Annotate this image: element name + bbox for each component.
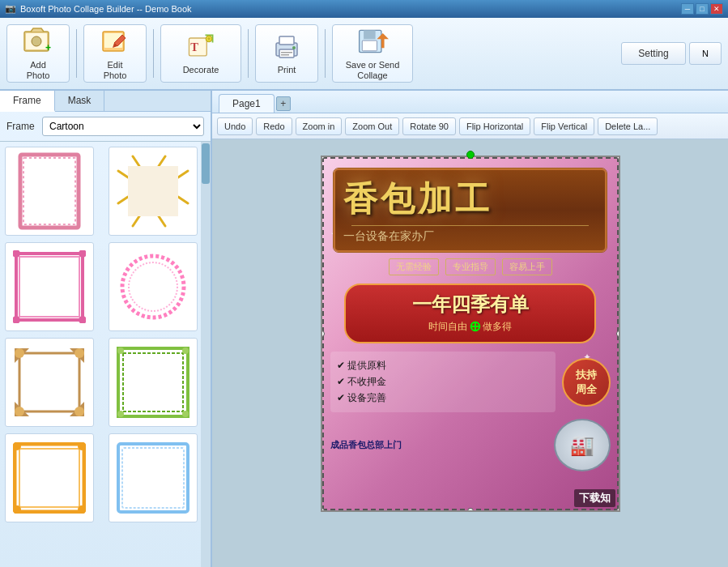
frame-item[interactable]	[5, 338, 94, 427]
canvas-area[interactable]: ✦ ✦ ✦ ✦ ★ ✦ ⋆ 香包加工 一台	[212, 139, 728, 567]
scrollbar-thumb[interactable]	[202, 143, 210, 184]
zoom-out-button[interactable]: Zoom Out	[345, 117, 399, 135]
frame-item[interactable]	[5, 433, 94, 522]
flip-horizontal-button[interactable]: Flip Horizontal	[459, 117, 530, 135]
collage-subtitle: 一台设备在家办厂	[343, 229, 597, 244]
frame-item[interactable]	[109, 147, 198, 236]
flip-vertical-button[interactable]: Flip Vertical	[534, 117, 594, 135]
frame-grid-container	[0, 142, 211, 567]
undo-button[interactable]: Undo	[217, 117, 253, 135]
save-send-button[interactable]: Save or SendCollage	[332, 24, 413, 83]
sep1	[76, 29, 77, 78]
scrollbar-track[interactable]	[201, 142, 211, 567]
svg-point-44	[182, 411, 189, 417]
print-icon	[270, 31, 303, 62]
handle-bot-left[interactable]	[321, 508, 325, 512]
svg-rect-29	[23, 260, 76, 313]
svg-rect-33	[19, 353, 79, 411]
frame-item[interactable]	[109, 242, 198, 331]
svg-point-48	[13, 442, 21, 450]
banner-sub-right: 做多得	[483, 320, 512, 334]
page-tab-1[interactable]: Page1	[219, 94, 275, 113]
handle-mid-right[interactable]	[616, 330, 620, 337]
tab-frame[interactable]: Frame	[0, 91, 55, 112]
edit-photo-icon	[99, 26, 131, 57]
banner-sub-left: 时间自由	[428, 320, 467, 334]
svg-rect-47	[23, 452, 76, 504]
banner-main-text: 一年四季有单	[412, 292, 529, 318]
svg-point-41	[117, 347, 124, 354]
main-area: Frame Mask Frame Cartoon Classic Modern …	[0, 91, 728, 567]
titlebar: 📷 Boxoft Photo Collage Builder -- Demo B…	[0, 0, 728, 18]
edit-photo-label: EditPhoto	[104, 60, 127, 81]
app-icon: 📷	[5, 3, 16, 15]
sep4	[325, 29, 326, 78]
list-item-2: ✔ 不收押金	[337, 375, 549, 389]
svg-rect-40	[126, 356, 180, 408]
maximize-button[interactable]: □	[696, 3, 709, 15]
add-photo-button[interactable]: + AddPhoto	[6, 24, 70, 83]
page-tabs: Page1 +	[212, 91, 728, 113]
decorate-icon: T	[185, 31, 217, 62]
add-page-button[interactable]: +	[276, 96, 291, 111]
redo-button[interactable]: Redo	[256, 117, 292, 135]
print-label: Print	[278, 65, 296, 75]
delete-layer-button[interactable]: Delete La...	[598, 117, 658, 135]
collage-bottom: ✔ 提供原料 ✔ 不收押金 ✔ 设备完善 扶持周全	[322, 352, 619, 412]
frame-item[interactable]	[109, 338, 198, 427]
collage-list: ✔ 提供原料 ✔ 不收押金 ✔ 设备完善	[330, 352, 556, 412]
close-button[interactable]: ✕	[710, 3, 723, 15]
svg-rect-13	[281, 52, 292, 53]
print-button[interactable]: Print	[255, 24, 318, 83]
handle-bot-right[interactable]	[616, 508, 620, 512]
right-badges: 扶持周全	[562, 352, 611, 412]
svg-rect-14	[281, 54, 289, 56]
banner-main-row: 一年四季有单	[359, 292, 581, 318]
svg-point-35	[75, 348, 84, 358]
handle-bot-center[interactable]	[467, 508, 474, 512]
window-controls: ─ □ ✕	[681, 3, 723, 15]
svg-text:+: +	[45, 42, 51, 53]
svg-point-36	[15, 407, 24, 416]
svg-text:T: T	[190, 41, 198, 54]
frame-item[interactable]	[5, 147, 94, 236]
minimize-button[interactable]: ─	[681, 3, 694, 15]
frame-item[interactable]	[5, 242, 94, 331]
canvas-wrapper: ✦ ✦ ✦ ✦ ★ ✦ ⋆ 香包加工 一台	[321, 156, 620, 512]
frame-grid	[5, 147, 206, 522]
collage-canvas[interactable]: ✦ ✦ ✦ ✦ ★ ✦ ⋆ 香包加工 一台	[321, 156, 620, 512]
setting-button[interactable]: Setting	[621, 42, 686, 65]
frame-item[interactable]	[109, 433, 198, 522]
frame-dropdown[interactable]: Cartoon Classic Modern Nature	[42, 117, 204, 136]
svg-point-49	[78, 442, 86, 450]
badge: 扶持周全	[562, 358, 611, 407]
right-panel: Page1 + Undo Redo Zoom in Zoom Out Rotat…	[212, 91, 728, 567]
svg-point-2	[32, 36, 41, 46]
handle-top-center[interactable]	[466, 151, 475, 159]
title-banner: 香包加工 一台设备在家办厂	[334, 168, 607, 252]
decorate-button[interactable]: T Decorate	[160, 24, 241, 83]
watermark: 下载知	[574, 489, 615, 507]
tag-2: 专业指导	[445, 258, 496, 275]
footer-area: 成品香包总部上门 🏭	[322, 419, 619, 471]
svg-rect-54	[126, 451, 181, 505]
tag-3: 容易上手	[502, 258, 552, 275]
collage-title: 香包加工	[343, 177, 597, 222]
svg-rect-22	[128, 166, 178, 216]
arrow-icon: ⊕	[469, 318, 481, 335]
decorate-label: Decorate	[183, 65, 219, 75]
svg-point-37	[75, 407, 84, 416]
next-button[interactable]: N	[689, 42, 722, 65]
svg-rect-10	[279, 36, 294, 45]
svg-rect-16	[364, 30, 376, 39]
edit-photo-button[interactable]: EditPhoto	[83, 24, 147, 83]
zoom-in-button[interactable]: Zoom in	[296, 117, 343, 135]
svg-rect-20	[27, 161, 72, 221]
add-photo-icon: +	[22, 26, 54, 57]
sep2	[153, 29, 154, 78]
tab-mask[interactable]: Mask	[55, 91, 105, 111]
save-send-icon	[356, 26, 389, 57]
footer-img-placeholder: 🏭	[570, 434, 594, 457]
rotate-button[interactable]: Rotate 90	[402, 117, 456, 135]
svg-point-34	[15, 348, 24, 358]
